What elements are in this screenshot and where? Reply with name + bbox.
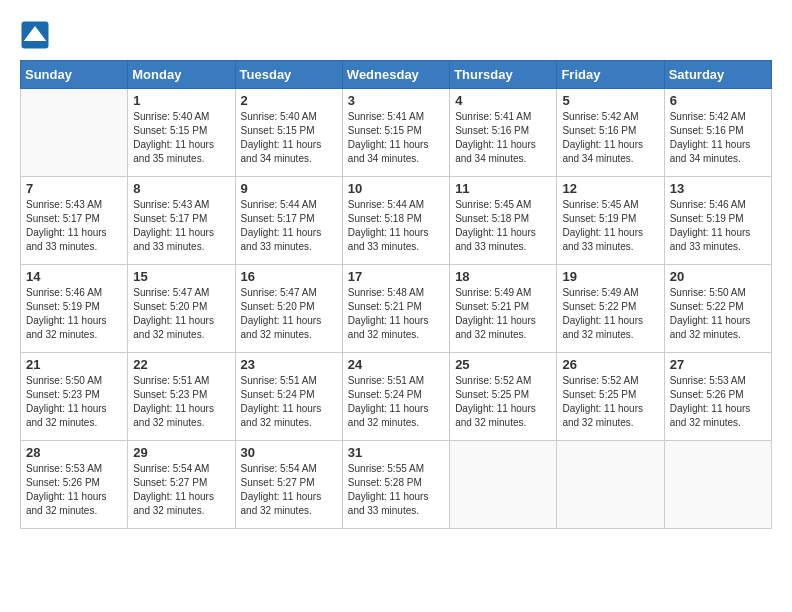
weekday-header-sunday: Sunday <box>21 61 128 89</box>
day-cell: 30Sunrise: 5:54 AM Sunset: 5:27 PM Dayli… <box>235 441 342 529</box>
day-number: 24 <box>348 357 444 372</box>
day-info: Sunrise: 5:41 AM Sunset: 5:15 PM Dayligh… <box>348 110 444 166</box>
day-cell <box>664 441 771 529</box>
day-cell: 27Sunrise: 5:53 AM Sunset: 5:26 PM Dayli… <box>664 353 771 441</box>
week-row-5: 28Sunrise: 5:53 AM Sunset: 5:26 PM Dayli… <box>21 441 772 529</box>
day-cell: 10Sunrise: 5:44 AM Sunset: 5:18 PM Dayli… <box>342 177 449 265</box>
day-cell: 13Sunrise: 5:46 AM Sunset: 5:19 PM Dayli… <box>664 177 771 265</box>
day-number: 5 <box>562 93 658 108</box>
day-number: 7 <box>26 181 122 196</box>
day-cell <box>21 89 128 177</box>
day-info: Sunrise: 5:51 AM Sunset: 5:24 PM Dayligh… <box>241 374 337 430</box>
day-number: 15 <box>133 269 229 284</box>
day-number: 23 <box>241 357 337 372</box>
calendar-table: SundayMondayTuesdayWednesdayThursdayFrid… <box>20 60 772 529</box>
day-cell: 29Sunrise: 5:54 AM Sunset: 5:27 PM Dayli… <box>128 441 235 529</box>
week-row-3: 14Sunrise: 5:46 AM Sunset: 5:19 PM Dayli… <box>21 265 772 353</box>
week-row-1: 1Sunrise: 5:40 AM Sunset: 5:15 PM Daylig… <box>21 89 772 177</box>
day-info: Sunrise: 5:54 AM Sunset: 5:27 PM Dayligh… <box>133 462 229 518</box>
day-info: Sunrise: 5:49 AM Sunset: 5:22 PM Dayligh… <box>562 286 658 342</box>
day-info: Sunrise: 5:41 AM Sunset: 5:16 PM Dayligh… <box>455 110 551 166</box>
day-info: Sunrise: 5:54 AM Sunset: 5:27 PM Dayligh… <box>241 462 337 518</box>
day-info: Sunrise: 5:50 AM Sunset: 5:23 PM Dayligh… <box>26 374 122 430</box>
day-info: Sunrise: 5:49 AM Sunset: 5:21 PM Dayligh… <box>455 286 551 342</box>
day-cell: 24Sunrise: 5:51 AM Sunset: 5:24 PM Dayli… <box>342 353 449 441</box>
logo <box>20 20 55 50</box>
day-cell: 22Sunrise: 5:51 AM Sunset: 5:23 PM Dayli… <box>128 353 235 441</box>
day-cell: 12Sunrise: 5:45 AM Sunset: 5:19 PM Dayli… <box>557 177 664 265</box>
day-cell: 9Sunrise: 5:44 AM Sunset: 5:17 PM Daylig… <box>235 177 342 265</box>
day-cell: 7Sunrise: 5:43 AM Sunset: 5:17 PM Daylig… <box>21 177 128 265</box>
day-number: 27 <box>670 357 766 372</box>
day-info: Sunrise: 5:43 AM Sunset: 5:17 PM Dayligh… <box>133 198 229 254</box>
day-number: 28 <box>26 445 122 460</box>
day-info: Sunrise: 5:44 AM Sunset: 5:18 PM Dayligh… <box>348 198 444 254</box>
day-number: 31 <box>348 445 444 460</box>
day-cell: 25Sunrise: 5:52 AM Sunset: 5:25 PM Dayli… <box>450 353 557 441</box>
week-row-4: 21Sunrise: 5:50 AM Sunset: 5:23 PM Dayli… <box>21 353 772 441</box>
day-number: 19 <box>562 269 658 284</box>
weekday-header-saturday: Saturday <box>664 61 771 89</box>
day-info: Sunrise: 5:45 AM Sunset: 5:19 PM Dayligh… <box>562 198 658 254</box>
day-cell: 18Sunrise: 5:49 AM Sunset: 5:21 PM Dayli… <box>450 265 557 353</box>
day-number: 21 <box>26 357 122 372</box>
weekday-header-monday: Monday <box>128 61 235 89</box>
day-cell: 31Sunrise: 5:55 AM Sunset: 5:28 PM Dayli… <box>342 441 449 529</box>
day-info: Sunrise: 5:43 AM Sunset: 5:17 PM Dayligh… <box>26 198 122 254</box>
day-info: Sunrise: 5:53 AM Sunset: 5:26 PM Dayligh… <box>670 374 766 430</box>
day-cell: 1Sunrise: 5:40 AM Sunset: 5:15 PM Daylig… <box>128 89 235 177</box>
day-cell <box>450 441 557 529</box>
day-cell: 11Sunrise: 5:45 AM Sunset: 5:18 PM Dayli… <box>450 177 557 265</box>
day-info: Sunrise: 5:47 AM Sunset: 5:20 PM Dayligh… <box>133 286 229 342</box>
weekday-header-thursday: Thursday <box>450 61 557 89</box>
day-cell: 4Sunrise: 5:41 AM Sunset: 5:16 PM Daylig… <box>450 89 557 177</box>
day-info: Sunrise: 5:48 AM Sunset: 5:21 PM Dayligh… <box>348 286 444 342</box>
day-number: 13 <box>670 181 766 196</box>
day-info: Sunrise: 5:42 AM Sunset: 5:16 PM Dayligh… <box>670 110 766 166</box>
day-info: Sunrise: 5:40 AM Sunset: 5:15 PM Dayligh… <box>133 110 229 166</box>
day-number: 3 <box>348 93 444 108</box>
day-info: Sunrise: 5:45 AM Sunset: 5:18 PM Dayligh… <box>455 198 551 254</box>
day-cell: 21Sunrise: 5:50 AM Sunset: 5:23 PM Dayli… <box>21 353 128 441</box>
weekday-header-row: SundayMondayTuesdayWednesdayThursdayFrid… <box>21 61 772 89</box>
day-info: Sunrise: 5:42 AM Sunset: 5:16 PM Dayligh… <box>562 110 658 166</box>
day-cell: 5Sunrise: 5:42 AM Sunset: 5:16 PM Daylig… <box>557 89 664 177</box>
day-cell: 19Sunrise: 5:49 AM Sunset: 5:22 PM Dayli… <box>557 265 664 353</box>
day-info: Sunrise: 5:40 AM Sunset: 5:15 PM Dayligh… <box>241 110 337 166</box>
header <box>20 20 772 50</box>
day-number: 8 <box>133 181 229 196</box>
day-cell: 26Sunrise: 5:52 AM Sunset: 5:25 PM Dayli… <box>557 353 664 441</box>
day-info: Sunrise: 5:51 AM Sunset: 5:23 PM Dayligh… <box>133 374 229 430</box>
day-number: 29 <box>133 445 229 460</box>
week-row-2: 7Sunrise: 5:43 AM Sunset: 5:17 PM Daylig… <box>21 177 772 265</box>
day-number: 16 <box>241 269 337 284</box>
day-number: 10 <box>348 181 444 196</box>
day-cell: 3Sunrise: 5:41 AM Sunset: 5:15 PM Daylig… <box>342 89 449 177</box>
day-number: 6 <box>670 93 766 108</box>
weekday-header-wednesday: Wednesday <box>342 61 449 89</box>
day-cell: 2Sunrise: 5:40 AM Sunset: 5:15 PM Daylig… <box>235 89 342 177</box>
day-cell: 23Sunrise: 5:51 AM Sunset: 5:24 PM Dayli… <box>235 353 342 441</box>
day-info: Sunrise: 5:46 AM Sunset: 5:19 PM Dayligh… <box>26 286 122 342</box>
day-number: 12 <box>562 181 658 196</box>
weekday-header-friday: Friday <box>557 61 664 89</box>
page-container: SundayMondayTuesdayWednesdayThursdayFrid… <box>20 20 772 529</box>
logo-icon <box>20 20 50 50</box>
day-number: 22 <box>133 357 229 372</box>
day-info: Sunrise: 5:46 AM Sunset: 5:19 PM Dayligh… <box>670 198 766 254</box>
day-number: 14 <box>26 269 122 284</box>
day-cell: 20Sunrise: 5:50 AM Sunset: 5:22 PM Dayli… <box>664 265 771 353</box>
day-number: 20 <box>670 269 766 284</box>
day-number: 18 <box>455 269 551 284</box>
day-cell: 6Sunrise: 5:42 AM Sunset: 5:16 PM Daylig… <box>664 89 771 177</box>
day-number: 17 <box>348 269 444 284</box>
day-cell: 17Sunrise: 5:48 AM Sunset: 5:21 PM Dayli… <box>342 265 449 353</box>
day-info: Sunrise: 5:50 AM Sunset: 5:22 PM Dayligh… <box>670 286 766 342</box>
day-cell: 16Sunrise: 5:47 AM Sunset: 5:20 PM Dayli… <box>235 265 342 353</box>
day-info: Sunrise: 5:44 AM Sunset: 5:17 PM Dayligh… <box>241 198 337 254</box>
day-cell: 28Sunrise: 5:53 AM Sunset: 5:26 PM Dayli… <box>21 441 128 529</box>
day-cell <box>557 441 664 529</box>
day-cell: 15Sunrise: 5:47 AM Sunset: 5:20 PM Dayli… <box>128 265 235 353</box>
day-cell: 14Sunrise: 5:46 AM Sunset: 5:19 PM Dayli… <box>21 265 128 353</box>
day-number: 26 <box>562 357 658 372</box>
